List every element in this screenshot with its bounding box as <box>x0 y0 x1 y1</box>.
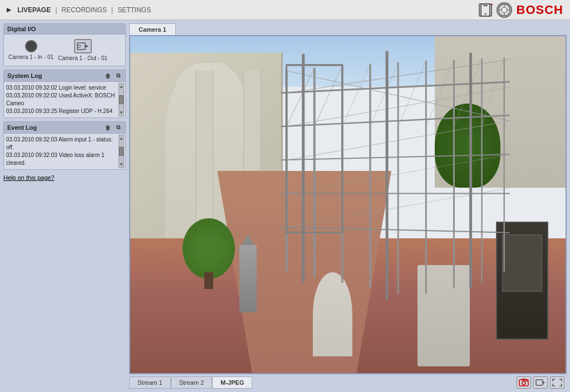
mobile-icon: • <box>479 3 492 17</box>
camera-in-label: Camera 1 - In - 01 <box>8 54 53 60</box>
bosch-logo: BOSCH <box>517 3 563 17</box>
event-log-entry-2: 03.03.2010 09:32:03 Video loss alarm 1 c… <box>6 151 116 167</box>
svg-rect-9 <box>77 43 85 50</box>
camera-in-item: Camera 1 - In - 01 <box>8 40 53 60</box>
camera-tab-bar: Camera 1 <box>129 23 567 35</box>
bottom-bar: Stream 1 Stream 2 M-JPEG <box>129 374 567 389</box>
livepage-nav[interactable]: LIVEPAGE <box>17 6 51 14</box>
content-area: Camera 1 <box>129 20 570 392</box>
tree-background <box>435 104 500 188</box>
event-log-scroll-up-icon[interactable]: ▲ <box>119 136 124 141</box>
svg-marker-50 <box>543 381 545 384</box>
event-log-header: Event Log 🗑 ⧉ <box>4 122 125 134</box>
event-log-trash-icon[interactable]: 🗑 <box>104 124 112 131</box>
event-log-title: Event Log <box>7 124 37 131</box>
event-log-copy-icon[interactable]: ⧉ <box>114 124 122 131</box>
header-nav: ▶ LIVEPAGE | RECORDINGS | SETTINGS <box>7 6 151 14</box>
camera-image <box>130 36 566 373</box>
pillar-foreground-1 <box>313 272 352 356</box>
fullscreen-button[interactable] <box>550 376 564 389</box>
digital-io-header: Digital I/O <box>4 24 125 35</box>
system-log-title: System Log <box>7 72 42 79</box>
svg-point-2 <box>484 13 486 14</box>
nav-sep-2: | <box>111 6 113 14</box>
kiosk-screen <box>502 234 542 292</box>
camera-out-item: Camera 1 - Out - 01 <box>58 39 107 61</box>
svg-point-4 <box>501 7 507 12</box>
event-log-panel: Event Log 🗑 ⧉ 03.03.2010 09:32:03 Alarm … <box>3 121 126 170</box>
event-log-scroll-down-icon[interactable]: ▼ <box>119 162 124 167</box>
system-log-scrollbar[interactable]: ▲ ▼ <box>119 83 124 116</box>
system-log-text: 03.03.2010 09:32:02 Login level: service… <box>6 84 123 115</box>
system-log-panel: System Log 🗑 ⧉ 03.03.2010 09:32:02 Login… <box>3 70 126 118</box>
event-log-content: 03.03.2010 09:32:03 Alarm input 1 - stat… <box>4 134 125 169</box>
system-log-entry-1: 03.03.2010 09:32:02 Login level: service <box>6 84 116 92</box>
event-log-scrollbar[interactable]: ▲ ▼ <box>119 135 124 168</box>
sidebar: Digital I/O Camera 1 - In - 01 Came <box>0 20 129 392</box>
system-log-entry-3: 03.03.2010 09:33:25 Register UDP - H.264 <box>6 107 116 115</box>
system-log-header: System Log 🗑 ⧉ <box>4 70 125 82</box>
mjpeg-tab[interactable]: M-JPEG <box>212 376 252 389</box>
bush-stem <box>204 272 213 289</box>
svg-point-46 <box>522 381 525 385</box>
event-log-icons: 🗑 ⧉ <box>104 124 122 131</box>
bosch-circle-icon <box>497 2 512 18</box>
header: ▶ LIVEPAGE | RECORDINGS | SETTINGS • <box>0 0 570 20</box>
system-log-copy-icon[interactable]: ⧉ <box>114 72 122 80</box>
event-log-text: 03.03.2010 09:32:03 Alarm input 1 - stat… <box>6 136 123 167</box>
system-log-scroll-down-icon[interactable]: ▼ <box>119 110 124 115</box>
system-log-icons: 🗑 ⧉ <box>104 72 122 80</box>
help-link[interactable]: Help on this page? <box>3 173 126 182</box>
svg-point-11 <box>77 45 80 48</box>
stream-tabs: Stream 1 Stream 2 M-JPEG <box>129 376 252 389</box>
camera-out-label: Camera 1 - Out - 01 <box>58 55 107 61</box>
record-button[interactable] <box>533 376 548 389</box>
svg-rect-1 <box>483 5 488 6</box>
system-log-scroll-thumb[interactable] <box>119 95 124 104</box>
bush <box>183 218 235 279</box>
camera-in-indicator <box>25 40 37 52</box>
bosch-text: BOSCH <box>517 3 563 17</box>
system-log-entry-2: 03.03.2010 09:32:02 Used ActiveX: BOSCH … <box>6 92 116 107</box>
system-log-scroll-up-icon[interactable]: ▲ <box>119 84 124 89</box>
svg-rect-49 <box>536 380 543 385</box>
svg-marker-10 <box>85 45 89 48</box>
digital-io-content: Camera 1 - In - 01 Camera 1 - Out - 01 <box>4 35 125 66</box>
svg-rect-48 <box>526 380 528 381</box>
nav-arrow: ▶ <box>7 7 11 13</box>
nav-sep-1: | <box>55 6 57 14</box>
sculpture <box>239 245 257 312</box>
stream-2-tab[interactable]: Stream 2 <box>171 376 213 389</box>
bottom-icons <box>517 376 567 389</box>
event-log-scroll-thumb[interactable] <box>119 147 124 156</box>
snapshot-button[interactable] <box>517 376 531 389</box>
recordings-nav[interactable]: RECORDINGS <box>62 6 107 14</box>
system-log-content: 03.03.2010 09:32:02 Login level: service… <box>4 82 125 117</box>
settings-nav[interactable]: SETTINGS <box>117 6 151 14</box>
camera-out-icon <box>74 39 92 53</box>
header-logo: • BOSCH <box>479 2 563 18</box>
stream-1-tab[interactable]: Stream 1 <box>129 376 171 389</box>
main: Digital I/O Camera 1 - In - 01 Came <box>0 20 570 392</box>
camera-1-tab[interactable]: Camera 1 <box>129 23 176 35</box>
digital-io-panel: Digital I/O Camera 1 - In - 01 Came <box>3 23 126 66</box>
camera-view <box>129 35 567 374</box>
digital-io-title: Digital I/O <box>7 26 36 32</box>
kiosk <box>496 222 548 340</box>
pillar-foreground-2 <box>417 265 470 366</box>
system-log-trash-icon[interactable]: 🗑 <box>104 72 112 80</box>
event-log-entry-1: 03.03.2010 09:32:03 Alarm input 1 - stat… <box>6 136 116 151</box>
